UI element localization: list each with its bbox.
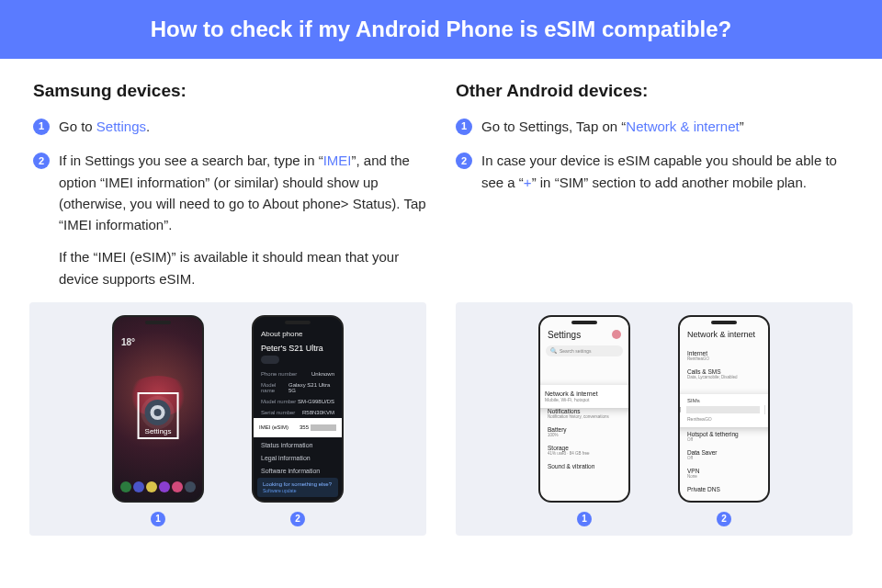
screenshot-caption-badge: 2 <box>290 512 305 526</box>
other-shot-2: Network & internet InternetRentheaGO Cal… <box>678 315 770 526</box>
screenshot-caption-badge: 2 <box>717 512 731 526</box>
network-internet-highlight-card: ⏚ Network & internet Mobile, Wi-Fi, hots… <box>538 385 630 408</box>
sims-highlight-card: SIMs ▢ + RentheaGO <box>678 394 770 427</box>
sim-icon: ▢ <box>678 405 682 413</box>
step-body: Go to Settings, Tap on “Network & intern… <box>481 116 849 137</box>
other-heading: Other Android devices: <box>456 81 849 101</box>
page-title-banner: How to check if my Android Phone is eSIM… <box>0 0 882 59</box>
app-dock <box>119 479 197 495</box>
page-title: How to check if my Android Phone is eSIM… <box>151 17 732 41</box>
other-step-1: 1 Go to Settings, Tap on “Network & inte… <box>456 116 849 137</box>
other-shot-1: Settings Search settings AppsAssistant, … <box>538 315 630 526</box>
device-name: Peter's S21 Ultra <box>254 342 342 353</box>
step-number-badge: 1 <box>33 119 50 135</box>
samsung-step-2: 2 If in Settings you see a search bar, t… <box>33 150 426 289</box>
screenshot-caption-badge: 1 <box>577 512 592 526</box>
wifi-icon: ⏚ <box>538 391 539 401</box>
search-settings-field: Search settings <box>546 345 623 356</box>
step-body: If in Settings you see a search bar, typ… <box>59 150 426 289</box>
plus-icon: + <box>764 405 770 414</box>
other-screenshots: Settings Search settings AppsAssistant, … <box>456 302 853 536</box>
gear-icon <box>145 400 171 425</box>
samsung-column: Samsung devices: 1 Go to Settings. 2 If … <box>33 81 426 302</box>
network-internet-link[interactable]: Network & internet <box>626 119 739 134</box>
samsung-heading: Samsung devices: <box>33 81 426 101</box>
step-body: Go to Settings. <box>59 116 426 137</box>
settings-link[interactable]: Settings <box>96 119 146 134</box>
step-number-badge: 2 <box>456 153 472 169</box>
screenshot-caption-badge: 1 <box>151 512 165 526</box>
redacted-mask <box>311 424 336 431</box>
samsung-shot-1: 18° Settings 1 <box>112 315 204 526</box>
step-number-badge: 2 <box>33 153 50 169</box>
samsung-step-1: 1 Go to Settings. <box>33 116 426 137</box>
phone-mock-android-settings: Settings Search settings AppsAssistant, … <box>538 315 630 503</box>
samsung-screenshots: 18° Settings 1 About phone Peter's S21 U… <box>29 302 426 536</box>
settings-title: Settings <box>540 317 628 344</box>
instructions-columns: Samsung devices: 1 Go to Settings. 2 If … <box>0 59 882 302</box>
phone-mock-samsung-about: About phone Peter's S21 Ultra Phone numb… <box>252 315 344 503</box>
edit-button <box>261 356 279 364</box>
phone-mock-android-network: Network & internet InternetRentheaGO Cal… <box>678 315 770 503</box>
weather-widget: 18° <box>121 337 135 347</box>
screenshots-row: 18° Settings 1 About phone Peter's S21 U… <box>0 302 882 558</box>
plus-highlight: + <box>524 175 532 190</box>
step-body: In case your device is eSIM capable you … <box>481 150 849 193</box>
imei-link[interactable]: IMEI <box>323 153 352 168</box>
about-phone-header: About phone <box>254 317 342 342</box>
network-internet-title: Network & internet <box>680 317 768 346</box>
settings-icon-highlight: Settings <box>138 392 179 439</box>
phone-mock-samsung-home: 18° Settings <box>112 315 204 503</box>
other-android-column: Other Android devices: 1 Go to Settings,… <box>456 81 849 302</box>
step-number-badge: 1 <box>456 119 472 135</box>
avatar <box>612 330 621 339</box>
samsung-shot-2: About phone Peter's S21 Ultra Phone numb… <box>252 315 344 526</box>
imei-esim-highlight: IMEI (eSIM) 355 <box>252 420 344 435</box>
other-step-2: 2 In case your device is eSIM capable yo… <box>456 150 849 193</box>
redacted-mask <box>686 406 760 413</box>
footer-prompt: Looking for something else? Software upd… <box>257 478 338 497</box>
